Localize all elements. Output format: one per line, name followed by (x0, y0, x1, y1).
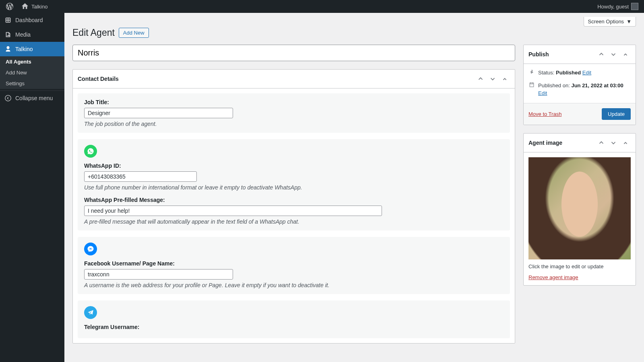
box-move-down[interactable] (487, 74, 498, 84)
person-icon (4, 45, 12, 53)
whatsapp-msg-input[interactable] (84, 206, 382, 216)
pin-icon (528, 69, 535, 78)
home-icon (21, 2, 29, 10)
whatsapp-id-help: Use full phone number in international f… (84, 184, 504, 191)
wordpress-icon (6, 2, 14, 10)
submenu-add-new[interactable]: Add New (0, 67, 64, 78)
box-toggle[interactable] (500, 74, 510, 84)
admin-sidebar: Dashboard Media Talkino All Agents Add N… (0, 13, 64, 362)
whatsapp-icon (84, 145, 97, 158)
contact-details-heading: Contact Details (78, 76, 119, 82)
update-button[interactable]: Update (602, 108, 631, 120)
box-move-up[interactable] (475, 74, 486, 84)
box-toggle[interactable] (620, 49, 631, 60)
job-title-help: The job position of the agent. (84, 121, 504, 127)
agent-title-input[interactable] (72, 45, 515, 61)
publish-heading: Publish (528, 51, 549, 58)
submenu-settings[interactable]: Settings (0, 78, 64, 89)
admin-bar: Talkino Howdy, guest (0, 0, 644, 13)
sidebar-item-dashboard[interactable]: Dashboard (0, 13, 64, 27)
published-value: Jun 21, 2022 at 03:00 (571, 82, 623, 88)
box-move-up[interactable] (596, 138, 607, 148)
howdy-text: Howdy, guest (597, 4, 629, 10)
status-value: Published (556, 70, 581, 76)
whatsapp-msg-help: A pre-filled message that will automatic… (84, 218, 504, 225)
move-to-trash-link[interactable]: Move to Trash (528, 111, 561, 117)
howdy-account[interactable]: Howdy, guest (595, 0, 641, 13)
sidebar-item-media[interactable]: Media (0, 27, 64, 42)
collapse-menu[interactable]: Collapse menu (0, 90, 64, 105)
sidebar-item-talkino[interactable]: Talkino (0, 42, 64, 56)
published-label: Published on: (538, 82, 571, 88)
published-edit-link[interactable]: Edit (538, 90, 547, 96)
screen-options-toggle[interactable]: Screen Options ▼ (584, 17, 636, 27)
dashboard-icon (4, 16, 12, 24)
agent-image-heading: Agent image (528, 140, 562, 146)
agent-image-box: Agent image Click the image to edit or u… (523, 133, 636, 286)
job-title-input[interactable] (84, 108, 233, 118)
publish-box: Publish Status: Published (523, 45, 636, 125)
wp-logo[interactable] (3, 0, 16, 13)
agent-image-thumbnail[interactable] (528, 157, 631, 259)
facebook-help: A username is the web address for your p… (84, 282, 504, 288)
site-name: Talkino (31, 4, 47, 10)
facebook-input[interactable] (84, 269, 233, 280)
status-label: Status: (538, 70, 556, 76)
collapse-icon (4, 94, 12, 102)
page-title: Edit Agent (72, 27, 115, 38)
calendar-icon (528, 82, 535, 90)
chevron-down-icon: ▼ (626, 19, 632, 25)
whatsapp-msg-label: WhatsApp Pre-filled Message: (84, 197, 504, 203)
add-new-button[interactable]: Add New (119, 28, 149, 38)
box-toggle[interactable] (620, 138, 631, 148)
submenu-talkino: All Agents Add New Settings (0, 56, 64, 89)
status-edit-link[interactable]: Edit (582, 70, 591, 76)
box-move-up[interactable] (596, 49, 607, 60)
site-home-link[interactable]: Talkino (19, 0, 50, 13)
whatsapp-id-input[interactable] (84, 171, 197, 182)
contact-details-box: Contact Details Job Title: The job posit… (72, 69, 515, 343)
avatar-icon (631, 3, 638, 10)
messenger-icon (84, 243, 97, 255)
box-move-down[interactable] (608, 49, 619, 60)
box-move-down[interactable] (608, 138, 619, 148)
telegram-label: Telegram Username: (84, 324, 504, 330)
agent-image-help: Click the image to edit or update (528, 263, 631, 269)
facebook-label: Facebook Username/ Page Name: (84, 260, 504, 267)
svg-point-0 (5, 95, 11, 101)
telegram-icon (84, 306, 97, 319)
media-icon (4, 31, 12, 39)
job-title-label: Job Title: (84, 99, 504, 105)
whatsapp-id-label: WhatsApp ID: (84, 162, 504, 169)
submenu-all-agents[interactable]: All Agents (0, 56, 64, 67)
remove-agent-image-link[interactable]: Remove agent image (528, 274, 578, 280)
